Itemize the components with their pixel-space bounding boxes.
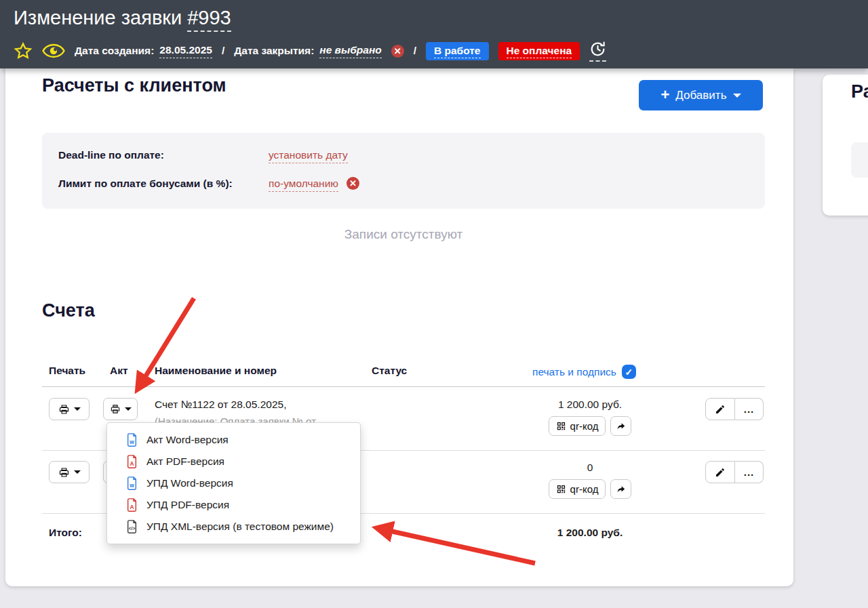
clear-bonus-limit-icon[interactable]: ✕ bbox=[347, 177, 359, 190]
word-file-icon: w bbox=[126, 433, 138, 447]
qr-code-button[interactable]: qr-код bbox=[549, 479, 606, 499]
status-badge[interactable]: В работе bbox=[426, 42, 488, 60]
side-card-title: Ра bbox=[851, 81, 868, 102]
menu-item-upd-xml[interactable]: </> УПД XML-версия (в тестовом режиме) bbox=[107, 516, 360, 538]
add-button[interactable]: + Добавить bbox=[639, 80, 763, 110]
set-deadline-link[interactable]: установить дату bbox=[269, 149, 348, 163]
invoice-amount: 0 bbox=[532, 462, 648, 474]
chevron-down-icon bbox=[125, 407, 132, 411]
chevron-down-icon bbox=[733, 94, 741, 98]
request-header-bar: Изменение заявки #993 Дата создания: 28.… bbox=[0, 0, 868, 68]
printer-icon bbox=[58, 467, 70, 478]
qr-code-button[interactable]: qr-код bbox=[549, 416, 606, 436]
deadline-label: Dead-line по оплате: bbox=[58, 149, 269, 161]
total-amount: 1 200.00 руб. bbox=[532, 527, 648, 539]
word-file-icon: w bbox=[126, 477, 138, 490]
total-label: Итого: bbox=[49, 527, 82, 539]
svg-text:</>: </> bbox=[129, 526, 136, 531]
client-settlements-card: Расчеты с клиентом + Добавить Dead-line … bbox=[5, 68, 793, 586]
menu-item-label: УПД XML-версия (в тестовом режиме) bbox=[146, 521, 334, 533]
row-actions: ... bbox=[705, 461, 764, 483]
closing-date-label: Дата закрытия: bbox=[234, 45, 314, 57]
divider-slash-2: / bbox=[414, 45, 416, 57]
col-print: Печать bbox=[49, 365, 85, 377]
svg-text:A: A bbox=[130, 460, 134, 467]
print-format-menu: w Акт Word-версия A Акт PDF-версия w УПД… bbox=[106, 422, 361, 544]
menu-item-label: УПД Word-версия bbox=[146, 477, 233, 489]
menu-item-label: УПД PDF-версия bbox=[146, 499, 229, 511]
invoice-amount: 1 200.00 руб. bbox=[532, 399, 648, 411]
pdf-file-icon: A bbox=[126, 498, 138, 512]
printer-icon bbox=[110, 404, 121, 414]
payment-settings-panel: Dead-line по оплате: установить дату Лим… bbox=[42, 133, 765, 209]
print-dropdown-button[interactable] bbox=[49, 461, 90, 483]
chevron-down-icon bbox=[74, 407, 81, 411]
empty-records-message: Записи отсутствуют bbox=[42, 227, 765, 242]
share-button[interactable] bbox=[610, 479, 631, 499]
print-and-sign-label: печать и подпись bbox=[532, 366, 616, 378]
svg-text:A: A bbox=[130, 504, 134, 510]
share-arrow-icon bbox=[616, 422, 627, 431]
eye-icon[interactable] bbox=[42, 43, 65, 59]
request-number[interactable]: #993 bbox=[187, 7, 231, 32]
bonus-limit-link[interactable]: по-умолчанию bbox=[269, 178, 338, 192]
more-label: ... bbox=[744, 466, 755, 478]
xml-file-icon: </> bbox=[126, 520, 138, 533]
page: Изменение заявки #993 Дата создания: 28.… bbox=[0, 0, 868, 608]
star-icon[interactable] bbox=[14, 42, 33, 60]
menu-item-upd-word[interactable]: w УПД Word-версия bbox=[107, 472, 360, 494]
bonus-limit-row: Лимит по оплате бонусами (в %): по-умолч… bbox=[58, 178, 359, 192]
col-status: Статус bbox=[372, 365, 407, 377]
more-actions-button[interactable]: ... bbox=[735, 398, 764, 420]
menu-item-act-word[interactable]: w Акт Word-версия bbox=[107, 429, 360, 451]
pencil-icon bbox=[715, 404, 726, 415]
add-button-label: Добавить bbox=[675, 89, 726, 102]
svg-text:w: w bbox=[129, 439, 134, 445]
invoices-section-title: Счета bbox=[42, 300, 95, 321]
share-arrow-icon bbox=[616, 485, 627, 494]
page-title: Изменение заявки #993 bbox=[14, 7, 231, 29]
page-title-text: Изменение заявки bbox=[14, 7, 187, 28]
created-date-value[interactable]: 28.05.2025 bbox=[159, 44, 212, 58]
request-meta-row: Дата создания: 28.05.2025 / Дата закрыти… bbox=[14, 41, 606, 61]
checked-checkbox-icon[interactable]: ✓ bbox=[622, 365, 636, 379]
edit-button[interactable] bbox=[705, 461, 735, 483]
pencil-icon bbox=[715, 467, 726, 478]
share-button[interactable] bbox=[610, 416, 631, 436]
history-icon[interactable] bbox=[589, 41, 606, 62]
plus-icon: + bbox=[661, 87, 670, 102]
qr-icon bbox=[556, 421, 566, 431]
payment-status-badge[interactable]: Не оплачена bbox=[498, 42, 580, 60]
settlements-section-title: Расчеты с клиентом bbox=[42, 75, 226, 96]
created-date-label: Дата создания: bbox=[75, 45, 154, 57]
side-card-partial: Ра bbox=[823, 75, 868, 216]
print-and-sign-toggle[interactable]: печать и подпись ✓ bbox=[532, 365, 636, 379]
more-actions-button[interactable]: ... bbox=[735, 461, 764, 483]
divider-slash: / bbox=[222, 45, 224, 57]
qr-icon bbox=[556, 484, 566, 494]
act-print-dropdown-button[interactable] bbox=[103, 398, 138, 420]
menu-item-upd-pdf[interactable]: A УПД PDF-версия bbox=[107, 494, 360, 516]
remove-circle-icon[interactable]: ✕ bbox=[391, 45, 404, 58]
chevron-down-icon bbox=[74, 470, 81, 474]
pdf-file-icon: A bbox=[126, 455, 138, 468]
col-name: Наименование и номер bbox=[155, 365, 277, 377]
closing-date-value[interactable]: не выбрано bbox=[319, 44, 381, 58]
invoice-name: Счет №1122 от 28.05.2025, bbox=[155, 399, 286, 411]
amount-column: 1 200.00 руб. qr-код bbox=[532, 387, 648, 436]
edit-button[interactable] bbox=[705, 398, 735, 420]
menu-item-label: Акт PDF-версия bbox=[146, 455, 224, 468]
bonus-limit-label: Лимит по оплате бонусами (в %): bbox=[58, 178, 269, 190]
svg-text:w: w bbox=[129, 482, 134, 489]
menu-item-act-pdf[interactable]: A Акт PDF-версия bbox=[107, 451, 360, 472]
deadline-row: Dead-line по оплате: установить дату bbox=[58, 149, 348, 163]
more-label: ... bbox=[744, 403, 755, 415]
row-actions: ... bbox=[705, 398, 764, 420]
amount-column: 0 qr-код bbox=[532, 450, 648, 499]
print-dropdown-button[interactable] bbox=[49, 398, 90, 420]
qr-button-label: qr-код bbox=[570, 420, 599, 432]
qr-button-label: qr-код bbox=[570, 483, 599, 495]
side-card-panel bbox=[851, 142, 868, 178]
col-act: Акт bbox=[110, 365, 128, 377]
menu-item-label: Акт Word-версия bbox=[146, 434, 229, 446]
